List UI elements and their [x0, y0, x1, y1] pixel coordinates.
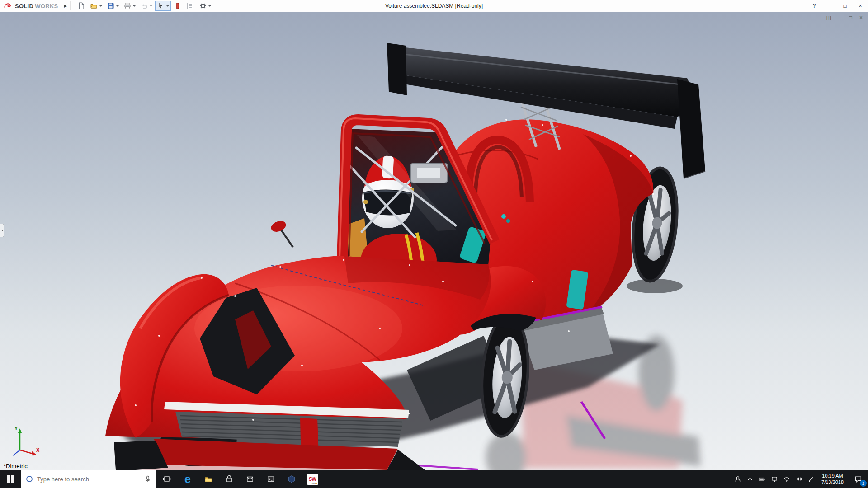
- restore-button[interactable]: □: [837, 0, 853, 12]
- panel-expand-tab[interactable]: [0, 224, 4, 237]
- print-button[interactable]: [122, 1, 137, 11]
- volume-icon: [795, 475, 802, 483]
- doc-restore-icon[interactable]: □: [849, 14, 852, 21]
- taskbar-search[interactable]: [21, 470, 156, 488]
- start-button[interactable]: [0, 470, 21, 488]
- task-view-button[interactable]: [156, 470, 177, 488]
- store-bag-icon: [225, 475, 233, 483]
- network-button[interactable]: [768, 470, 780, 488]
- pen-button[interactable]: [805, 470, 817, 488]
- chevron-up-icon: [746, 475, 754, 483]
- dassault-systemes-logo-icon: [4, 3, 14, 9]
- brand-works-text: WORKS: [35, 3, 58, 9]
- title-bar: SOLIDWORKS ▶: [0, 0, 868, 12]
- doc-minimize-icon[interactable]: –: [839, 14, 842, 21]
- options-button[interactable]: [197, 1, 213, 11]
- appearance-icon: [174, 2, 182, 10]
- cortana-icon: [25, 475, 33, 483]
- triad-y-label: Y: [14, 426, 18, 431]
- triad-axes-icon: [6, 427, 44, 459]
- dropdown-arrow-icon: [99, 5, 102, 8]
- notification-badge: 2: [860, 480, 867, 487]
- hidden-icons-button[interactable]: [744, 470, 756, 488]
- microphone-icon[interactable]: [144, 475, 152, 483]
- dropdown-arrow-icon: [166, 5, 169, 8]
- dropdown-arrow-icon: [133, 5, 136, 8]
- network-icon: [771, 475, 778, 483]
- 3d-model-canvas[interactable]: [0, 12, 868, 470]
- clock-time: 10:19 AM: [821, 473, 844, 479]
- undo-button[interactable]: [138, 1, 154, 11]
- edge-icon: e: [184, 474, 191, 485]
- dropdown-arrow-icon: [150, 5, 152, 8]
- window-title: Voiture assemblee.SLDASM [Read-only]: [385, 3, 483, 9]
- mail-button[interactable]: [240, 470, 260, 488]
- new-document-button[interactable]: [75, 1, 87, 11]
- menu-flyout-button[interactable]: ▶: [61, 1, 71, 10]
- triad-x-label: X: [36, 447, 39, 453]
- wifi-icon: [783, 475, 790, 483]
- taskbar-clock[interactable]: 10:19 AM 7/13/2018: [817, 473, 848, 485]
- dropdown-arrow-icon: [116, 5, 119, 8]
- task-view-icon: [163, 475, 171, 483]
- open-button[interactable]: [88, 1, 104, 11]
- solidworks-icon: SW 2017: [307, 474, 318, 485]
- sheet-properties-icon: [186, 2, 194, 10]
- settings-gear-icon: [199, 2, 207, 10]
- save-button[interactable]: [105, 1, 121, 11]
- brand-solid-text: SOLID: [15, 3, 33, 9]
- graphics-viewport[interactable]: ◫ – □ × Y X *Dimetric: [0, 12, 868, 470]
- clock-date: 7/13/2018: [821, 479, 844, 485]
- file-explorer-button[interactable]: [198, 470, 219, 488]
- people-icon: [734, 475, 741, 483]
- doc-dock-icon[interactable]: ◫: [826, 14, 831, 21]
- select-cursor-icon: [157, 2, 165, 10]
- folder-icon: [204, 475, 213, 483]
- doc-close-icon[interactable]: ×: [859, 14, 863, 21]
- mail-icon: [246, 475, 254, 483]
- edge-browser-button[interactable]: e: [177, 470, 198, 488]
- help-button[interactable]: ?: [807, 0, 822, 12]
- hexagon-app-button[interactable]: [281, 470, 302, 488]
- battery-button[interactable]: [756, 470, 768, 488]
- action-center-button[interactable]: 2: [848, 470, 868, 488]
- print-icon: [123, 2, 132, 10]
- store-button[interactable]: [219, 470, 240, 488]
- document-window-controls: ◫ – □ ×: [826, 14, 863, 21]
- people-button[interactable]: [731, 470, 744, 488]
- new-document-icon: [77, 2, 85, 10]
- command-prompt-button[interactable]: [260, 470, 281, 488]
- save-icon: [107, 2, 115, 10]
- volume-button[interactable]: [793, 470, 805, 488]
- hexagon-app-icon: [288, 475, 296, 483]
- undo-icon: [140, 2, 148, 10]
- minimize-button[interactable]: –: [822, 0, 837, 12]
- close-button[interactable]: ×: [853, 0, 868, 12]
- quick-access-toolbar: [75, 0, 213, 12]
- solidworks-app-button[interactable]: SW 2017: [302, 470, 323, 488]
- search-input[interactable]: [37, 476, 140, 483]
- windows-logo-icon: [7, 475, 14, 483]
- dropdown-arrow-icon: [208, 5, 211, 8]
- view-orientation-label: *Dimetric: [4, 463, 28, 469]
- solidworks-window: SOLIDWORKS ▶: [0, 0, 868, 488]
- window-controls: ? – □ ×: [807, 0, 868, 12]
- open-folder-icon: [90, 2, 98, 10]
- solidworks-brand: SOLIDWORKS: [4, 3, 58, 9]
- sheet-properties-button[interactable]: [184, 1, 196, 11]
- orientation-triad[interactable]: Y X: [6, 427, 44, 459]
- windows-taskbar: e: [0, 470, 868, 488]
- appearance-button[interactable]: [172, 1, 184, 11]
- wifi-button[interactable]: [780, 470, 793, 488]
- battery-icon: [759, 475, 766, 483]
- system-tray: 10:19 AM 7/13/2018 2: [731, 470, 868, 488]
- console-window-icon: [267, 475, 275, 483]
- select-tool-button[interactable]: [155, 1, 171, 11]
- pen-icon: [807, 475, 815, 483]
